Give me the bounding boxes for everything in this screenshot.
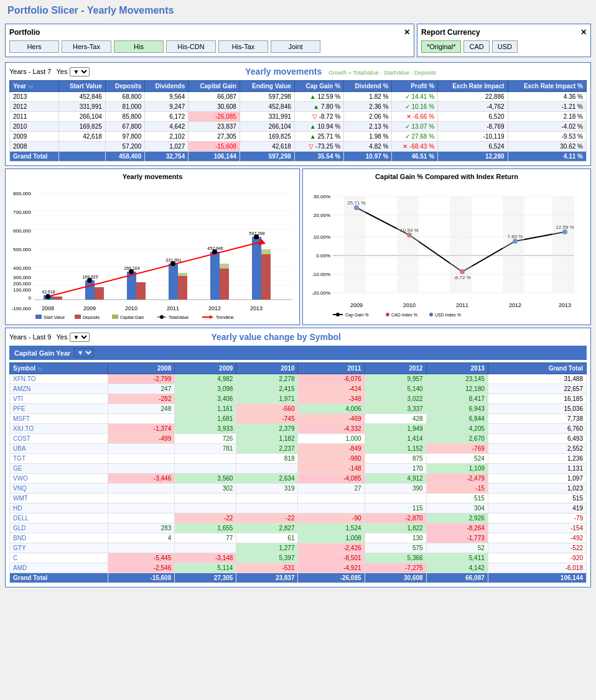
table-row: 4.82 % <box>344 142 392 152</box>
list-item <box>298 504 365 513</box>
svg-rect-31 <box>220 269 229 300</box>
table-row: 2.13 % <box>344 122 392 132</box>
sym-col-2009: 2009 <box>175 363 236 374</box>
list-item: 1,152 <box>365 444 426 454</box>
currency-section: Report Currency ✕ *Original* CAD USD <box>417 24 591 57</box>
list-item: -4,332 <box>298 424 365 434</box>
currency-btn-original[interactable]: *Original* <box>421 40 461 53</box>
list-item <box>108 494 175 504</box>
list-item: UBA <box>10 444 108 454</box>
charts-row: Yearly movements 800,000 700,000 600,000… <box>5 168 591 325</box>
col-exchpct: Exch Rate Impact % <box>508 81 586 92</box>
col-year: Year ↑↓ <box>10 81 59 92</box>
list-item: 1,008 <box>298 533 365 543</box>
svg-text:2008: 2008 <box>42 305 54 311</box>
list-item: -8,501 <box>298 553 365 563</box>
table-row: 57,200 <box>105 142 144 152</box>
list-item: 419 <box>488 504 586 513</box>
list-item: VTI <box>10 394 108 404</box>
currency-btn-usd[interactable]: USD <box>492 40 518 53</box>
list-item: 12,180 <box>426 384 488 394</box>
list-item: -2,870 <box>365 513 426 523</box>
svg-point-40 <box>45 294 50 299</box>
portfolio-btn-hers-tax[interactable]: Hers-Tax <box>62 40 111 53</box>
table-row: 458,400 <box>105 152 144 162</box>
currency-btn-cad[interactable]: CAD <box>463 40 489 53</box>
list-item: 3,560 <box>175 474 236 484</box>
svg-text:2012: 2012 <box>509 302 521 308</box>
currency-filter-icon[interactable]: ✕ <box>580 28 587 37</box>
list-item: 7,738 <box>488 414 586 424</box>
svg-text:800,000: 800,000 <box>13 191 31 196</box>
table-row: ✓ 27.68 % <box>392 132 438 142</box>
symbol-filter-yes: Yes <box>56 333 67 341</box>
svg-line-38 <box>48 242 261 297</box>
svg-text:300,000: 300,000 <box>13 275 31 280</box>
svg-text:2011: 2011 <box>167 305 179 311</box>
table-row: 452,846 <box>59 92 106 102</box>
svg-rect-30 <box>210 252 220 300</box>
cg-header-select[interactable]: ▼ <box>74 348 94 357</box>
list-item: 428 <box>365 414 426 424</box>
list-item: 27 <box>298 484 365 494</box>
list-item: -2,546 <box>108 563 175 573</box>
table-row: -4,762 <box>438 102 508 112</box>
list-item: -3,148 <box>175 553 236 563</box>
table-row: 68,800 <box>105 92 144 102</box>
line-chart-title: Capital Gain % Compared with Index Retur… <box>307 173 587 180</box>
symbol-filter-select[interactable]: ▼ <box>70 333 90 342</box>
list-item <box>298 494 365 504</box>
list-item: -15,608 <box>108 573 175 583</box>
list-item: 77 <box>175 533 236 543</box>
filter-select[interactable]: ▼ <box>70 67 90 76</box>
portfolio-btn-his[interactable]: His <box>114 40 164 53</box>
portfolio-filter-icon[interactable]: ✕ <box>404 28 410 37</box>
list-item: -499 <box>108 434 175 444</box>
list-item: 524 <box>426 454 488 464</box>
portfolio-btn-his-tax[interactable]: His-Tax <box>218 40 268 53</box>
svg-rect-18 <box>53 297 62 300</box>
list-item: GTY <box>10 543 108 553</box>
list-item: 8,417 <box>426 394 488 404</box>
filter-label: Years - Last 7 <box>9 68 51 75</box>
table-row: 2,102 <box>145 132 189 142</box>
svg-rect-54 <box>75 315 81 319</box>
svg-point-44 <box>212 249 217 254</box>
list-item: 15,036 <box>488 404 586 414</box>
svg-rect-93 <box>450 196 472 293</box>
list-item: 4,205 <box>426 424 488 434</box>
svg-point-45 <box>254 234 259 239</box>
list-item: 3,406 <box>175 394 236 404</box>
list-item: 106,144 <box>488 573 586 583</box>
list-item: -1,374 <box>108 424 175 434</box>
col-capgain: Capital Gain <box>189 81 240 92</box>
list-item: 130 <box>365 533 426 543</box>
col-profitpct: Profit % <box>392 81 438 92</box>
svg-text:500,000: 500,000 <box>13 247 31 252</box>
svg-rect-24 <box>136 282 146 300</box>
list-item: 2,552 <box>488 444 586 454</box>
list-item: -2,799 <box>108 374 175 384</box>
table-row: 67,800 <box>105 122 144 132</box>
table-row: -10,119 <box>438 132 508 142</box>
list-item: 4,142 <box>426 563 488 573</box>
list-item <box>108 464 175 474</box>
list-item: -849 <box>298 444 365 454</box>
list-item: -469 <box>298 414 365 424</box>
table-row: ✓ 10.16 % <box>392 102 438 112</box>
list-item: 1,277 <box>236 543 298 553</box>
table-row: ▽ -8.72 % <box>294 112 343 122</box>
list-item: 1,131 <box>488 464 586 474</box>
svg-text:Deposits: Deposits <box>83 315 100 320</box>
sym-col-2008: 2008 <box>108 363 175 374</box>
list-item: -79 <box>488 513 586 523</box>
list-item: -6,076 <box>298 374 365 384</box>
list-item <box>108 454 175 464</box>
portfolio-btn-joint[interactable]: Joint <box>271 40 320 53</box>
portfolio-btn-his-cdn[interactable]: His-CDN <box>166 40 216 53</box>
list-item: -7,275 <box>365 563 426 573</box>
list-item: XIU.TO <box>10 424 108 434</box>
table-row: 1,027 <box>145 142 189 152</box>
list-item: 23,145 <box>426 374 488 384</box>
portfolio-btn-hers[interactable]: Hers <box>9 40 59 53</box>
